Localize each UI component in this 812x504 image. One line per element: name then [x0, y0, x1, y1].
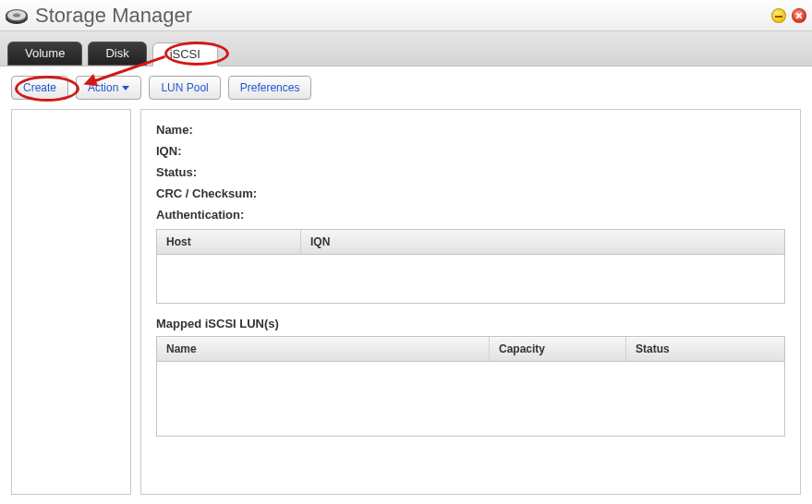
window-titlebar: Storage Manager: [0, 0, 812, 31]
window-title: Storage Manager: [35, 4, 766, 28]
content-area: Create Action LUN Pool Preferences Name …: [0, 66, 812, 504]
host-grid: Host IQN: [156, 229, 785, 304]
preferences-label: Preferences: [240, 81, 300, 94]
host-col-host[interactable]: Host: [157, 230, 301, 254]
create-button[interactable]: Create: [11, 76, 68, 100]
host-grid-head: Host IQN: [157, 230, 784, 255]
close-button[interactable]: [792, 8, 806, 23]
mapped-luns-title: Mapped iSCSI LUN(s): [156, 317, 785, 330]
chevron-down-icon: [122, 86, 129, 90]
tab-disk[interactable]: Disk: [88, 42, 146, 66]
host-col-iqn[interactable]: IQN: [301, 230, 784, 254]
svg-point-3: [13, 13, 20, 17]
lun-grid: Name Capacity Status: [156, 336, 785, 437]
lun-col-name[interactable]: Name: [157, 337, 490, 361]
minimize-button[interactable]: [771, 8, 786, 23]
action-label: Action: [88, 81, 118, 94]
toolbar: Create Action LUN Pool Preferences: [11, 76, 801, 100]
label-iqn: IQN: [156, 144, 181, 158]
lun-grid-head: Name Capacity Status: [157, 337, 784, 362]
label-auth: Authentication: [156, 208, 244, 222]
side-panel[interactable]: [11, 109, 131, 495]
app-icon: [4, 5, 30, 27]
tab-volume[interactable]: Volume: [7, 42, 82, 66]
action-button[interactable]: Action: [76, 76, 141, 100]
lun-col-status[interactable]: Status: [626, 337, 784, 361]
lunpool-label: LUN Pool: [161, 81, 208, 94]
lun-col-capacity[interactable]: Capacity: [490, 337, 626, 361]
label-status: Status: [156, 165, 197, 179]
host-grid-body[interactable]: [157, 255, 784, 303]
lun-pool-button[interactable]: LUN Pool: [149, 76, 220, 100]
label-name: Name: [156, 123, 193, 137]
create-label: Create: [23, 81, 56, 94]
detail-panel: Name IQN Status CRC / Checksum Authentic…: [140, 109, 801, 495]
lun-grid-body[interactable]: [157, 362, 784, 436]
tab-strip: Volume Disk iSCSI: [0, 31, 812, 66]
panes: Name IQN Status CRC / Checksum Authentic…: [11, 109, 801, 495]
preferences-button[interactable]: Preferences: [228, 76, 312, 100]
label-crc: CRC / Checksum: [156, 186, 257, 200]
tab-iscsi[interactable]: iSCSI: [152, 42, 218, 66]
